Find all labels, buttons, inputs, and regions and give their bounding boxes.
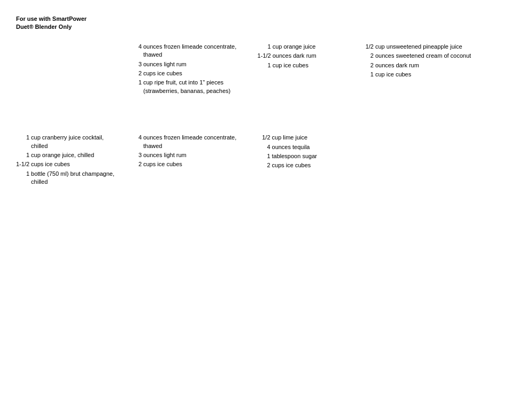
list-item: 2 ounces dark rum	[358, 61, 486, 70]
recipe-col-6: 4 ounces frozen limeade concentrate, tha…	[128, 133, 246, 186]
list-item: 4 ounces frozen limeade concentrate, tha…	[128, 133, 241, 151]
list-item: 1 cup cranberry juice cocktail, chilled	[16, 133, 123, 151]
list-item: 4 ounces tequila	[246, 143, 353, 152]
list-item: 3 ounces light rum	[128, 60, 241, 69]
list-item: 1 cup ripe fruit, cut into 1" pieces (st…	[128, 78, 241, 96]
recipe-col-7: 1/2 cup lime juice 4 ounces tequila 1 ta…	[246, 133, 358, 186]
list-item: 4 ounces frozen limeade concentrate, tha…	[128, 42, 241, 60]
bottom-recipes-grid: 1 cup cranberry juice cocktail, chilled …	[16, 133, 494, 186]
recipe-col-1	[16, 42, 128, 96]
list-item: 1-1/2 ounces dark rum	[246, 51, 353, 60]
list-item: 3 ounces light rum	[128, 151, 241, 160]
list-item: 1 bottle (750 ml) brut champagne, chille…	[16, 169, 123, 187]
list-item: 2 cups ice cubes	[128, 69, 241, 78]
top-recipes-grid: 4 ounces frozen limeade concentrate, tha…	[16, 42, 494, 96]
list-item: 1-1/2 cups ice cubes	[16, 160, 123, 169]
list-item: 1 cup orange juice	[246, 42, 353, 51]
list-item: 2 cups ice cubes	[128, 160, 241, 169]
list-item: 1/2 cup unsweetened pineapple juice	[358, 42, 486, 51]
list-item: 1 cup orange juice, chilled	[16, 151, 123, 160]
subtitle: For use with SmartPowerDuet® Blender Onl…	[16, 15, 494, 32]
recipe-col-2: 4 ounces frozen limeade concentrate, tha…	[128, 42, 246, 96]
recipe-col-4: 1/2 cup unsweetened pineapple juice 2 ou…	[358, 42, 492, 96]
list-item: 1/2 cup lime juice	[246, 133, 353, 142]
list-item: 2 cups ice cubes	[246, 161, 353, 170]
list-item: 1 cup ice cubes	[358, 70, 486, 79]
list-item: 1 tablespoon sugar	[246, 152, 353, 161]
recipe-col-8	[358, 133, 492, 186]
recipe-col-3: 1 cup orange juice 1-1/2 ounces dark rum…	[246, 42, 358, 96]
list-item: 1 cup ice cubes	[246, 61, 353, 70]
recipe-col-5: 1 cup cranberry juice cocktail, chilled …	[16, 133, 128, 186]
list-item: 2 ounces sweetened cream of coconut	[358, 51, 486, 60]
